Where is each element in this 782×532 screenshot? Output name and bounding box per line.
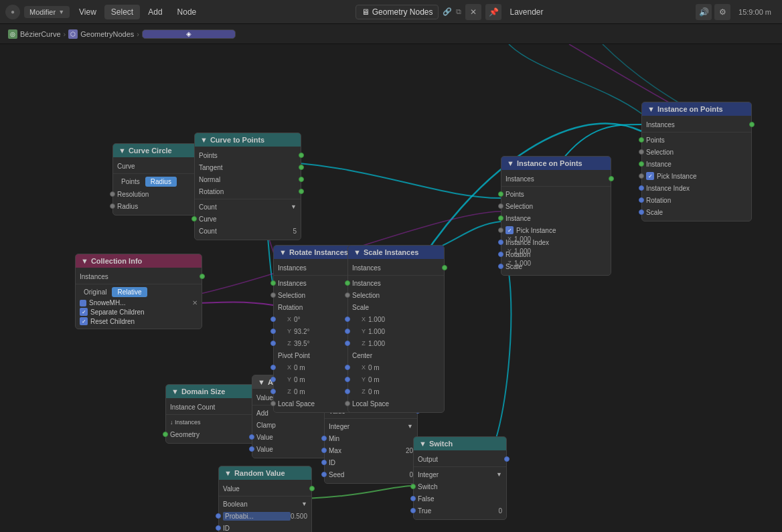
input-socket-local [270,401,276,406]
node-title: Domain Size [181,387,225,395]
input-socket-points [498,191,503,197]
breadcrumb-lavender[interactable]: ◈ Lavender [142,30,173,38]
checkbox-separate[interactable]: ✓ [80,308,88,316]
si-instances-input: Instances [348,277,444,289]
ci-item-separate: ✓ Separate Children [76,307,202,317]
node-scale-instances-header[interactable]: ▼ Scale Instances [348,246,444,259]
input-socket-selection [498,203,503,209]
input-socket-rot-x [270,317,276,322]
node-random-value-bool-header[interactable]: ▼ Random Value [219,466,311,480]
node-switch-body: Output Integer ▼ Switch False True 0 [414,450,506,519]
iop1-points-input: Points [501,188,611,200]
input-socket-true [410,508,416,513]
close-icon[interactable]: ✕ [465,4,481,20]
sw-type-dropdown: Integer ▼ [414,468,506,480]
input-socket-local [345,401,350,406]
input-socket-scale [639,209,644,215]
speaker-icon[interactable]: 🔊 [696,4,712,20]
menu-node[interactable]: Node [171,5,204,19]
scale-values-body: X 1.000 Y 1.000 Z 1.000 [501,230,595,272]
tab-points[interactable]: Points [116,177,145,187]
node-collection-info-header[interactable]: ▼ Collection Info [76,254,202,268]
input-socket-value2 [249,446,254,452]
si-scale-x: X 1.000 [348,313,444,325]
node-icon: ◈ [142,29,236,39]
rvb-type-dropdown: Boolean ▼ [219,498,311,510]
sep2: › [137,30,139,38]
ctp-rotation-row: Rotation [195,185,301,197]
input-socket-scale-y [345,329,350,334]
menu-add[interactable]: Add [141,5,169,19]
node-collection-info-body: Instances Original Relative SnoweMH... ✕… [76,268,202,329]
node-instance-on-points-2: ▼ Instance on Points Instances Points Se… [641,102,752,221]
ctp-count-dropdown: Count ▼ [195,201,301,213]
input-socket-selection [639,149,644,155]
input-socket-instance [639,161,644,167]
input-socket-rotation [639,197,644,203]
checkbox-reset[interactable]: ✓ [80,317,88,325]
input-socket-id [321,460,327,465]
tab-radius[interactable]: Radius [145,177,177,187]
collapse-arrow: ▼ [171,387,179,395]
dropdown-arrow: ▼ [58,9,64,15]
input-socket-geometry [163,432,168,437]
input-socket-center-x [345,365,350,370]
input-socket-index [639,185,644,191]
node-title: Curve Circle [129,147,172,155]
breadcrumb-curve[interactable]: ◎ BézierCurve [8,29,61,39]
tab-original[interactable]: Original [78,287,112,297]
node-switch-header[interactable]: ▼ Switch [414,437,506,450]
ctp-count-value: Count 5 [195,225,301,237]
rvi-max-row: Max 20 [325,444,417,456]
output-socket-instances [200,274,205,279]
app-logo: ● [5,5,20,19]
top-menu-bar: ● Modifier ▼ View Select Add Node 🖥 Geom… [0,0,782,24]
iop2-selection-input: Selection [642,146,751,158]
input-socket-curve [191,216,197,221]
checkbox-pick2[interactable]: ✓ [646,172,654,180]
iop2-instance-index: Instance Index [642,182,751,194]
input-socket-max [321,448,327,453]
active-node-label: Lavender [510,7,543,17]
input-socket-prob [216,513,221,519]
si-center-z: Z 0 m [348,385,444,397]
input-socket-center-y [345,377,350,382]
ctp-curve-input: Curve [195,213,301,225]
curve-icon: ◎ [8,29,17,39]
collapse-arrow: ▼ [647,105,655,113]
iop2-rotation: Rotation [642,194,751,206]
node-switch: ▼ Switch Output Integer ▼ Switch False [413,436,507,520]
settings-icon[interactable]: ⚙ [714,4,730,20]
node-curve-to-points-header[interactable]: ▼ Curve to Points [195,133,301,147]
output-socket-rotation [299,189,304,194]
menu-select[interactable]: Select [104,5,140,19]
collapse-arrow: ▼ [507,159,514,167]
remove-icon[interactable]: ✕ [192,299,198,306]
node-collection-info: ▼ Collection Info Instances Original Rel… [75,254,202,329]
item-dot [80,300,86,306]
input-socket-rot-y [270,329,276,334]
node-iop2-body: Instances Points Selection Instance ✓ Pi… [642,116,751,221]
node-iop1-header[interactable]: ▼ Instance on Points [501,157,611,170]
modifier-dropdown[interactable]: Modifier ▼ [24,6,70,18]
collapse-arrow: ▼ [200,136,208,144]
input-socket-scale-z [345,341,350,346]
si-local-space: Local Space [348,397,444,410]
menu-view[interactable]: View [72,5,103,19]
node-type-label: Geometry Nodes [372,7,433,17]
node-curve-to-points-body: Points Tangent Normal Rotation Count ▼ [195,147,301,240]
rvb-id-row: ID [219,522,311,532]
input-socket-false [410,496,416,501]
sep1: › [64,30,66,38]
divider [325,418,417,419]
tab-relative[interactable]: Relative [112,287,147,297]
node-canvas[interactable]: ▼ Curve Circle Curve Points Radius Resol… [0,44,782,532]
geo-icon: ⬡ [68,29,78,39]
rvb-prob-row: Probabi... 0.500 [219,510,311,522]
pin-icon[interactable]: 📌 [485,4,501,20]
breadcrumb-curve-label: BézierCurve [20,30,61,38]
rvi-id-row: ID [325,456,417,468]
node-iop2-header[interactable]: ▼ Instance on Points [642,102,751,116]
iop2-points-input: Points [642,134,751,146]
breadcrumb-geonodes[interactable]: ⬡ GeometryNodes [68,29,134,39]
